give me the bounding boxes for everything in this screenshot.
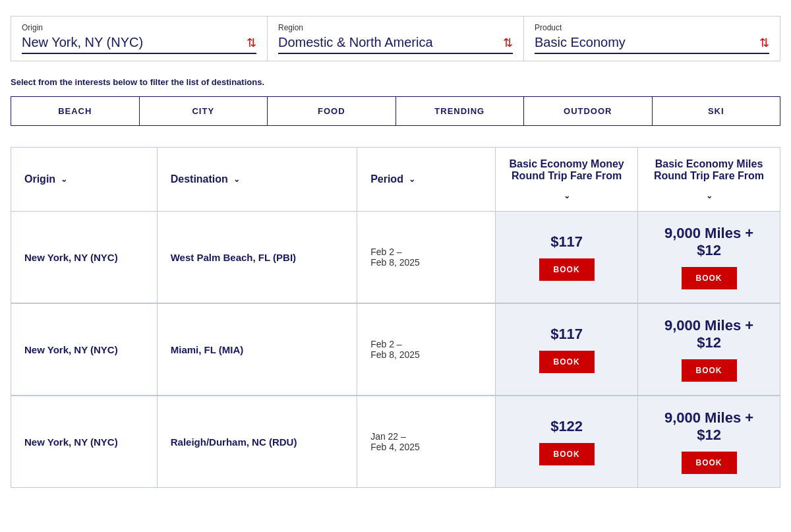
filters-row: Origin New York, NY (NYC) ⇅ Region Domes… bbox=[11, 16, 780, 61]
origin-chevron-icon: ⇅ bbox=[247, 36, 256, 50]
destination-col-label: Destination bbox=[171, 173, 228, 185]
cell-period: Jan 22 – Feb 4, 2025 bbox=[357, 396, 496, 488]
interest-btn-ski[interactable]: SKI bbox=[653, 97, 780, 125]
cell-destination: West Palm Beach, FL (PBI) bbox=[157, 212, 357, 304]
money-fare-amount: $122 bbox=[509, 418, 624, 435]
product-divider bbox=[535, 53, 769, 54]
table-row: New York, NY (NYC)West Palm Beach, FL (P… bbox=[11, 212, 780, 304]
money-fare-amount: $117 bbox=[509, 233, 624, 251]
th-destination[interactable]: Destination ⌄ bbox=[157, 148, 357, 212]
th-origin[interactable]: Origin ⌄ bbox=[11, 148, 158, 212]
th-miles[interactable]: Basic Economy MilesRound Trip Fare From … bbox=[638, 148, 780, 212]
cell-origin: New York, NY (NYC) bbox=[11, 396, 158, 488]
miles-book-button[interactable]: BOOK bbox=[682, 267, 737, 289]
miles-fare-amount: 9,000 Miles + $12 bbox=[651, 409, 767, 444]
region-select[interactable]: Domestic & North America ⇅ bbox=[278, 35, 513, 50]
money-sort-icon: ⌄ bbox=[564, 191, 570, 200]
product-value: Basic Economy bbox=[535, 35, 626, 50]
region-value: Domestic & North America bbox=[278, 35, 433, 50]
money-col-label: Basic Economy MoneyRound Trip Fare From bbox=[509, 158, 624, 182]
cell-miles-fare: 9,000 Miles + $12BOOK bbox=[638, 303, 780, 396]
th-period[interactable]: Period ⌄ bbox=[357, 148, 496, 212]
region-label: Region bbox=[278, 23, 513, 32]
period-sort-icon: ⌄ bbox=[409, 175, 415, 184]
product-chevron-icon: ⇅ bbox=[759, 36, 769, 50]
th-money[interactable]: Basic Economy MoneyRound Trip Fare From … bbox=[496, 148, 638, 212]
table-header-row: Origin ⌄ Destination ⌄ Period ⌄ bbox=[11, 148, 780, 212]
origin-select[interactable]: New York, NY (NYC) ⇅ bbox=[22, 35, 256, 50]
interest-btn-food[interactable]: FOOD bbox=[268, 97, 396, 125]
cell-miles-fare: 9,000 Miles + $12BOOK bbox=[638, 212, 780, 304]
table-row: New York, NY (NYC)Miami, FL (MIA)Feb 2 –… bbox=[11, 303, 780, 396]
cell-miles-fare: 9,000 Miles + $12BOOK bbox=[638, 396, 780, 488]
money-book-button[interactable]: BOOK bbox=[539, 258, 595, 281]
page-container: Origin New York, NY (NYC) ⇅ Region Domes… bbox=[0, 0, 791, 504]
miles-fare-amount: 9,000 Miles + $12 bbox=[651, 317, 767, 351]
interest-buttons-row: BEACHCITYFOODTRENDINGOUTDOORSKI bbox=[11, 96, 780, 126]
cell-money-fare: $117BOOK bbox=[496, 303, 638, 396]
interest-btn-beach[interactable]: BEACH bbox=[11, 97, 140, 125]
product-label: Product bbox=[535, 23, 769, 32]
origin-filter[interactable]: Origin New York, NY (NYC) ⇅ bbox=[11, 16, 268, 61]
miles-fare-amount: 9,000 Miles + $12 bbox=[651, 225, 767, 259]
money-book-button[interactable]: BOOK bbox=[539, 351, 595, 373]
origin-divider bbox=[22, 53, 256, 54]
interest-btn-outdoor[interactable]: OUTDOOR bbox=[524, 97, 653, 125]
miles-book-button[interactable]: BOOK bbox=[682, 359, 737, 382]
cell-destination: Raleigh/Durham, NC (RDU) bbox=[157, 396, 357, 488]
region-filter[interactable]: Region Domestic & North America ⇅ bbox=[268, 16, 524, 61]
fare-table: Origin ⌄ Destination ⌄ Period ⌄ bbox=[11, 147, 780, 488]
interest-notice: Select from the interests below to filte… bbox=[11, 77, 780, 87]
interest-btn-trending[interactable]: TRENDING bbox=[396, 97, 525, 125]
money-fare-amount: $117 bbox=[509, 326, 624, 343]
product-filter[interactable]: Product Basic Economy ⇅ bbox=[524, 16, 780, 61]
cell-origin: New York, NY (NYC) bbox=[11, 212, 158, 304]
cell-money-fare: $117BOOK bbox=[496, 212, 638, 304]
product-select[interactable]: Basic Economy ⇅ bbox=[535, 35, 769, 50]
miles-book-button[interactable]: BOOK bbox=[682, 452, 737, 474]
miles-sort-icon: ⌄ bbox=[706, 191, 713, 200]
region-divider bbox=[278, 53, 513, 54]
region-chevron-icon: ⇅ bbox=[503, 36, 513, 50]
miles-col-label: Basic Economy MilesRound Trip Fare From bbox=[654, 158, 764, 182]
cell-destination: Miami, FL (MIA) bbox=[157, 303, 357, 396]
origin-value: New York, NY (NYC) bbox=[22, 35, 143, 50]
money-book-button[interactable]: BOOK bbox=[539, 443, 595, 465]
destination-sort-icon: ⌄ bbox=[233, 175, 240, 184]
cell-origin: New York, NY (NYC) bbox=[11, 303, 158, 396]
period-col-label: Period bbox=[370, 173, 403, 185]
origin-label: Origin bbox=[22, 23, 256, 32]
cell-money-fare: $122BOOK bbox=[496, 396, 638, 488]
origin-sort-icon: ⌄ bbox=[61, 175, 67, 184]
cell-period: Feb 2 – Feb 8, 2025 bbox=[357, 303, 496, 396]
origin-col-label: Origin bbox=[24, 173, 55, 185]
table-row: New York, NY (NYC)Raleigh/Durham, NC (RD… bbox=[11, 396, 780, 488]
cell-period: Feb 2 – Feb 8, 2025 bbox=[357, 212, 496, 304]
interest-btn-city[interactable]: CITY bbox=[140, 97, 268, 125]
